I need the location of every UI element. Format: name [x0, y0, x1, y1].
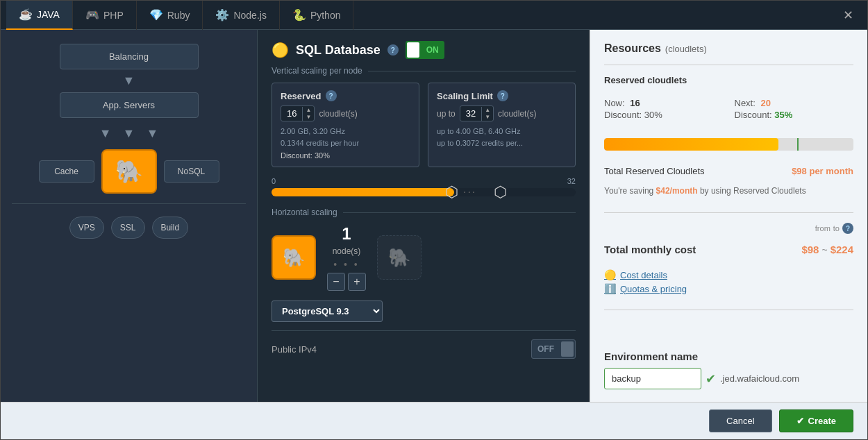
node-count-col: 1 node(s) • • • − +	[327, 224, 366, 291]
total-reserved-price: $98 per month	[792, 166, 853, 176]
quotas-link[interactable]: ℹ️ Quotas & pricing	[604, 283, 853, 294]
main-content: Balancing ▼ App. Servers ▼ ▼ ▼ Cache 🐘	[1, 30, 867, 402]
ipv4-toggle[interactable]: OFF	[531, 339, 576, 359]
sql-help-icon[interactable]: ?	[387, 44, 399, 56]
resources-sub: (cloudlets)	[665, 44, 707, 54]
total-reserved-row: Total Reserved Cloudlets $98 per month	[604, 166, 853, 176]
ghost-elephant-icon: 🐘	[388, 247, 410, 269]
tab-java[interactable]: ☕ JAVA	[6, 1, 73, 30]
db-version-select[interactable]: PostgreSQL 9.3	[272, 301, 383, 322]
tab-ruby-label: Ruby	[167, 10, 190, 21]
scaling-spin-up[interactable]: ▲	[482, 107, 493, 114]
node-decrease-btn[interactable]: −	[327, 273, 345, 291]
scaling-spinner[interactable]: 32 ▲ ▼	[460, 105, 494, 121]
slider-fill	[272, 188, 454, 196]
scaling-info: up to 4.00 GB, 6.40 GHz up to 0.3072 cre…	[437, 126, 567, 149]
reserved-help-icon[interactable]: ?	[326, 90, 337, 101]
horiz-scaling-label: Horizontal scaling	[272, 208, 576, 217]
panel-title: SQL Database	[296, 43, 381, 58]
sql-db-icon-box[interactable]: 🐘	[101, 149, 157, 194]
bottom-tier-row: VPS SSL Build	[69, 217, 188, 239]
reserved-val: 16	[281, 106, 302, 121]
ipv4-row: Public IPv4 OFF	[272, 330, 576, 359]
node-icon[interactable]: 🐘	[272, 235, 316, 280]
java-icon: ☕	[19, 8, 33, 21]
tab-php[interactable]: 🎮 PHP	[73, 1, 137, 30]
php-icon: 🎮	[85, 8, 99, 22]
ruby-icon: 💎	[149, 8, 163, 22]
horizontal-scaling-section: Horizontal scaling 🐘 1 node(s) • • • − +	[272, 208, 576, 291]
reserved-spin-up[interactable]: ▲	[303, 107, 314, 114]
env-check-icon: ✔	[706, 371, 716, 387]
cache-block[interactable]: Cache	[39, 160, 94, 183]
build-block[interactable]: Build	[152, 217, 189, 239]
reserved-info: 2.00 GB, 3.20 GHz 0.1344 credits per hou…	[281, 126, 410, 149]
divider	[12, 203, 246, 204]
links-row: 🟡 Cost details ℹ️ Quotas & pricing	[604, 269, 853, 294]
scaling-row: Reserved ? 16 ▲ ▼ cloudlet(s)	[272, 83, 576, 167]
price-from: $98	[801, 244, 819, 255]
cost-details-link[interactable]: 🟡 Cost details	[604, 269, 853, 280]
python-icon: 🐍	[292, 8, 306, 22]
tab-php-label: PHP	[103, 10, 124, 21]
node-count: 1	[342, 224, 351, 244]
scaling-input-row: up to 32 ▲ ▼ cloudlet(s)	[437, 105, 567, 121]
node-controls: − +	[327, 273, 366, 291]
price-separator: ~	[821, 244, 827, 255]
sql-db-panel-icon: 🟡	[272, 42, 289, 58]
tab-nodejs[interactable]: ⚙️ Node.js	[203, 1, 279, 30]
total-reserved-label: Total Reserved Cloudlets	[604, 166, 705, 176]
db-tier-row: Cache 🐘 NoSQL	[39, 149, 219, 194]
scaling-val: 32	[460, 106, 481, 121]
cancel-button[interactable]: Cancel	[709, 409, 771, 432]
tab-ruby[interactable]: 💎 Ruby	[137, 1, 203, 30]
scaling-limit-help-icon[interactable]: ?	[497, 90, 508, 101]
toggle-knob	[407, 42, 419, 58]
reserved-spin-btns[interactable]: ▲ ▼	[302, 107, 314, 121]
scaling-limit-box: Scaling Limit ? up to 32 ▲ ▼ cloudlet(s)	[428, 83, 576, 167]
cloudlet-slider-track[interactable]: ⬡ ··· ⬡	[272, 188, 576, 196]
reserved-spinner[interactable]: 16 ▲ ▼	[281, 105, 315, 121]
ghost-node-icon: 🐘	[377, 235, 422, 280]
env-title: Environment name	[604, 350, 853, 362]
scaling-spin-btns[interactable]: ▲ ▼	[481, 107, 493, 121]
now-label: Now: 16	[604, 98, 724, 108]
toggle-on-label: ON	[421, 45, 444, 55]
reserved-title: Reserved ?	[281, 90, 410, 101]
panel-header: 🟡 SQL Database ? ON	[272, 41, 576, 59]
to-help-icon[interactable]: ?	[842, 223, 853, 234]
cost-divider	[604, 212, 853, 213]
slider-labels: 0 32	[272, 177, 576, 185]
up-to-label: up to	[437, 109, 456, 119]
discount-now: Discount: 30%	[604, 110, 724, 120]
balancing-block[interactable]: Balancing	[60, 44, 199, 69]
db-select-row: PostgreSQL 9.3	[272, 301, 576, 322]
reserved-spin-down[interactable]: ▼	[303, 114, 314, 121]
slider-dots: ···	[463, 186, 476, 198]
create-button[interactable]: ✔ Create	[779, 409, 853, 432]
scaling-spin-down[interactable]: ▼	[482, 114, 493, 121]
vps-block[interactable]: VPS	[69, 217, 104, 239]
tab-python[interactable]: 🐍 Python	[280, 1, 354, 30]
env-name-input[interactable]	[604, 368, 701, 389]
cloudlets-grid: Now: 16 Next: 20 Discount: 30% Discount:…	[604, 98, 853, 120]
postgres-elephant-icon: 🐘	[115, 158, 143, 185]
reserved-input-row: 16 ▲ ▼ cloudlet(s)	[281, 105, 410, 121]
right-panel: Resources (cloudlets) Reserved cloudlets…	[590, 30, 867, 402]
vertical-scaling-label: Vertical scaling per node	[272, 66, 576, 76]
close-button[interactable]: ✕	[835, 8, 862, 23]
quotas-icon: ℹ️	[604, 283, 616, 294]
nosql-block[interactable]: NoSQL	[164, 160, 219, 183]
dialog: ☕ JAVA 🎮 PHP 💎 Ruby ⚙️ Node.js 🐍 Python …	[0, 0, 868, 440]
left-panel: Balancing ▼ App. Servers ▼ ▼ ▼ Cache 🐘	[1, 30, 258, 402]
node-increase-btn[interactable]: +	[348, 273, 366, 291]
ssl-block[interactable]: SSL	[111, 217, 145, 239]
reserved-cloudlets-title: Reserved cloudlets	[604, 75, 853, 85]
slider-handle-right[interactable]: ⬡	[494, 183, 507, 201]
slider-handle-left[interactable]: ⬡	[445, 183, 458, 201]
sql-toggle[interactable]: ON	[406, 41, 444, 59]
node-unit: node(s)	[333, 246, 361, 256]
app-servers-block[interactable]: App. Servers	[60, 92, 199, 118]
env-domain: .jed.wafaicloud.com	[720, 373, 799, 384]
arrow-down-3: ▼	[123, 126, 135, 141]
